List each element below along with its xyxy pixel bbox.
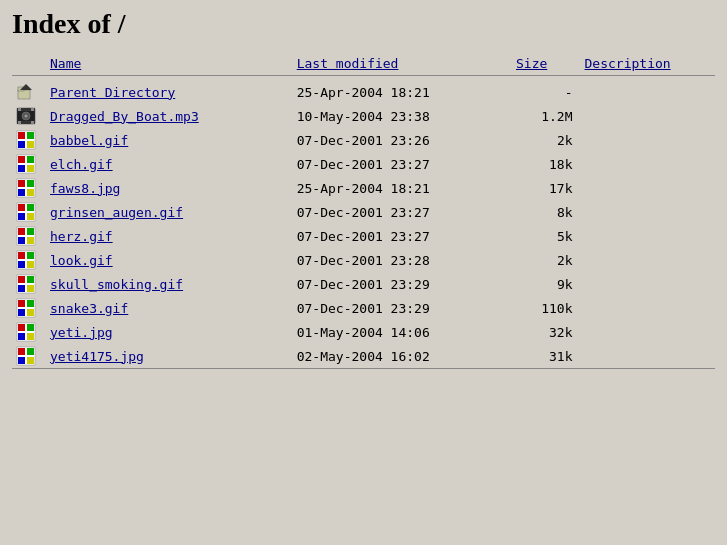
svg-rect-30 bbox=[18, 213, 25, 220]
svg-rect-28 bbox=[18, 204, 25, 211]
svg-rect-0 bbox=[18, 90, 30, 99]
file-icon-cell bbox=[12, 344, 46, 369]
file-link[interactable]: snake3.gif bbox=[50, 301, 128, 316]
size-column-header: Size bbox=[512, 52, 581, 76]
file-size-cell: 31k bbox=[512, 344, 581, 369]
page-title: Index of / bbox=[12, 8, 715, 40]
parent-dir-icon bbox=[16, 82, 36, 102]
file-name-cell: elch.gif bbox=[46, 152, 293, 176]
svg-rect-25 bbox=[18, 189, 25, 196]
table-row: herz.gif07-Dec-2001 23:275k bbox=[12, 224, 715, 248]
file-date-cell: 07-Dec-2001 23:27 bbox=[293, 224, 512, 248]
svg-rect-55 bbox=[18, 333, 25, 340]
file-link[interactable]: grinsen_augen.gif bbox=[50, 205, 183, 220]
desc-column-header: Description bbox=[581, 52, 715, 76]
file-icon-cell bbox=[12, 248, 46, 272]
file-size-cell: - bbox=[512, 76, 581, 105]
file-link[interactable]: skull_smoking.gif bbox=[50, 277, 183, 292]
file-date-cell: 07-Dec-2001 23:29 bbox=[293, 272, 512, 296]
table-row: snake3.gif07-Dec-2001 23:29110k bbox=[12, 296, 715, 320]
file-link[interactable]: herz.gif bbox=[50, 229, 113, 244]
file-desc-cell bbox=[581, 128, 715, 152]
image-file-icon bbox=[16, 346, 36, 366]
file-link[interactable]: look.gif bbox=[50, 253, 113, 268]
svg-rect-26 bbox=[27, 189, 34, 196]
image-file-icon bbox=[16, 202, 36, 222]
table-row: elch.gif07-Dec-2001 23:2718k bbox=[12, 152, 715, 176]
svg-rect-35 bbox=[18, 237, 25, 244]
svg-rect-7 bbox=[31, 108, 34, 111]
file-desc-cell bbox=[581, 296, 715, 320]
svg-rect-14 bbox=[27, 132, 34, 139]
svg-rect-21 bbox=[27, 165, 34, 172]
image-file-icon bbox=[16, 178, 36, 198]
svg-rect-31 bbox=[27, 213, 34, 220]
file-desc-cell bbox=[581, 200, 715, 224]
svg-rect-50 bbox=[18, 309, 25, 316]
image-file-icon bbox=[16, 154, 36, 174]
size-sort-link[interactable]: Size bbox=[516, 56, 547, 71]
file-link[interactable]: babbel.gif bbox=[50, 133, 128, 148]
file-icon-cell bbox=[12, 224, 46, 248]
table-row: babbel.gif07-Dec-2001 23:262k bbox=[12, 128, 715, 152]
table-row: look.gif07-Dec-2001 23:282k bbox=[12, 248, 715, 272]
svg-rect-24 bbox=[27, 180, 34, 187]
file-date-cell: 07-Dec-2001 23:26 bbox=[293, 128, 512, 152]
table-row: Parent Directory25-Apr-2004 18:21- bbox=[12, 76, 715, 105]
svg-rect-58 bbox=[18, 348, 25, 355]
file-size-cell: 8k bbox=[512, 200, 581, 224]
icon-header-col bbox=[12, 52, 46, 76]
svg-rect-40 bbox=[18, 261, 25, 268]
file-name-cell: faws8.jpg bbox=[46, 176, 293, 200]
file-icon-cell bbox=[12, 296, 46, 320]
file-date-cell: 02-May-2004 16:02 bbox=[293, 344, 512, 369]
svg-rect-29 bbox=[27, 204, 34, 211]
image-file-icon bbox=[16, 130, 36, 150]
svg-rect-39 bbox=[27, 252, 34, 259]
file-size-cell: 18k bbox=[512, 152, 581, 176]
table-row: grinsen_augen.gif07-Dec-2001 23:278k bbox=[12, 200, 715, 224]
file-link[interactable]: yeti4175.jpg bbox=[50, 349, 144, 364]
file-icon-cell bbox=[12, 104, 46, 128]
file-desc-cell bbox=[581, 152, 715, 176]
file-name-cell: Parent Directory bbox=[46, 76, 293, 105]
file-size-cell: 110k bbox=[512, 296, 581, 320]
name-column-header: Name bbox=[46, 52, 293, 76]
svg-rect-59 bbox=[27, 348, 34, 355]
file-name-cell: skull_smoking.gif bbox=[46, 272, 293, 296]
file-icon-cell bbox=[12, 128, 46, 152]
file-date-cell: 25-Apr-2004 18:21 bbox=[293, 76, 512, 105]
file-name-cell: snake3.gif bbox=[46, 296, 293, 320]
svg-rect-45 bbox=[18, 285, 25, 292]
date-sort-link[interactable]: Last modified bbox=[297, 56, 399, 71]
svg-rect-51 bbox=[27, 309, 34, 316]
file-icon-cell bbox=[12, 320, 46, 344]
file-desc-cell bbox=[581, 344, 715, 369]
svg-rect-46 bbox=[27, 285, 34, 292]
table-row: skull_smoking.gif07-Dec-2001 23:299k bbox=[12, 272, 715, 296]
table-footer bbox=[12, 369, 715, 389]
file-link[interactable]: Parent Directory bbox=[50, 85, 175, 100]
svg-rect-56 bbox=[27, 333, 34, 340]
svg-rect-60 bbox=[18, 357, 25, 364]
file-link[interactable]: Dragged_By_Boat.mp3 bbox=[50, 109, 199, 124]
svg-rect-61 bbox=[27, 357, 34, 364]
file-date-cell: 07-Dec-2001 23:29 bbox=[293, 296, 512, 320]
file-link[interactable]: faws8.jpg bbox=[50, 181, 120, 196]
file-date-cell: 25-Apr-2004 18:21 bbox=[293, 176, 512, 200]
svg-point-11 bbox=[25, 115, 28, 118]
svg-rect-48 bbox=[18, 300, 25, 307]
file-link[interactable]: yeti.jpg bbox=[50, 325, 113, 340]
image-file-icon bbox=[16, 226, 36, 246]
file-link[interactable]: elch.gif bbox=[50, 157, 113, 172]
svg-rect-34 bbox=[27, 228, 34, 235]
desc-sort-link[interactable]: Description bbox=[585, 56, 671, 71]
file-name-cell: look.gif bbox=[46, 248, 293, 272]
file-date-cell: 10-May-2004 23:38 bbox=[293, 104, 512, 128]
name-sort-link[interactable]: Name bbox=[50, 56, 81, 71]
file-size-cell: 9k bbox=[512, 272, 581, 296]
file-size-cell: 2k bbox=[512, 128, 581, 152]
svg-rect-6 bbox=[18, 108, 21, 111]
table-row: yeti.jpg01-May-2004 14:0632k bbox=[12, 320, 715, 344]
file-size-cell: 32k bbox=[512, 320, 581, 344]
